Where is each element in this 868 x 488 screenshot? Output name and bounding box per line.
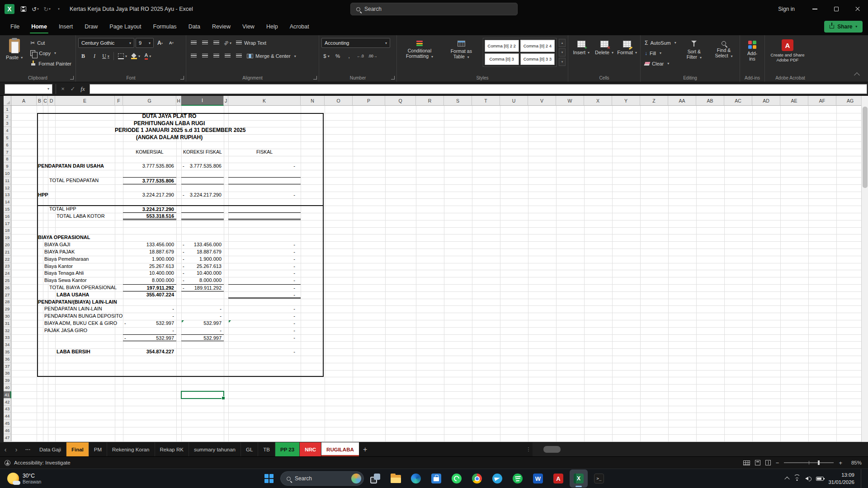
cell-K21[interactable]: - bbox=[228, 249, 301, 256]
cut-button[interactable]: ✂Cut bbox=[28, 38, 73, 47]
cell-style-comma-0-3[interactable]: Comma [0] 3 bbox=[485, 53, 519, 66]
cell-I30[interactable]: - bbox=[181, 313, 224, 320]
vertical-scrollbar-thumb[interactable] bbox=[863, 107, 868, 188]
cell-I29[interactable]: - bbox=[181, 305, 224, 313]
gallery-more-button[interactable]: ▾ bbox=[559, 58, 566, 66]
delete-cells-button[interactable]: Delete▾ bbox=[594, 38, 615, 74]
center-button[interactable] bbox=[200, 51, 210, 61]
zoom-level[interactable]: 85% bbox=[847, 460, 862, 465]
cell-C22[interactable]: Biaya Pemeliharaan bbox=[44, 256, 89, 263]
addins-button[interactable]: Add-ins bbox=[742, 38, 762, 74]
cell-I24[interactable]: -10.400.000 bbox=[181, 270, 224, 277]
row-header-46[interactable]: 46 bbox=[4, 427, 11, 434]
taskbar-search-box[interactable]: Search bbox=[280, 471, 364, 486]
cell-K31[interactable]: - bbox=[228, 320, 301, 327]
cell-C32[interactable]: PAJAK JASA GIRO bbox=[44, 327, 87, 334]
taskbar-icon-chrome[interactable] bbox=[468, 469, 486, 488]
undo-button[interactable]: ↺▾ bbox=[30, 3, 41, 15]
row-header-20[interactable]: 20 bbox=[4, 241, 11, 249]
sheet-tab-nrc[interactable]: NRC bbox=[300, 442, 321, 456]
cell-G13[interactable]: 3.224.217.290 bbox=[123, 192, 176, 199]
cell-G15[interactable]: 3.224.217.290 bbox=[123, 206, 176, 213]
row-header-21[interactable]: 21 bbox=[4, 249, 11, 256]
format-cells-button[interactable]: Format▾ bbox=[616, 38, 638, 74]
row-header-27[interactable]: 27 bbox=[4, 291, 11, 299]
page-layout-view-button[interactable] bbox=[755, 460, 760, 465]
taskbar-clock[interactable]: 13:09 31/01/2026 bbox=[828, 471, 854, 486]
taskbar-icon-task-view[interactable] bbox=[366, 469, 384, 488]
row-header-40[interactable]: 40 bbox=[4, 384, 11, 391]
row-header-41[interactable]: 41 bbox=[4, 391, 11, 399]
gallery-up-button[interactable]: ▴ bbox=[559, 39, 566, 47]
cell-G35[interactable]: 354.874.227 bbox=[123, 348, 176, 356]
row-header-10[interactable]: 10 bbox=[4, 170, 11, 177]
cell-I11[interactable] bbox=[181, 177, 224, 184]
show-desktop-button[interactable] bbox=[861, 469, 863, 488]
sort-filter-button[interactable]: Sort & Filter ▾ bbox=[682, 38, 707, 74]
row-header-29[interactable]: 29 bbox=[4, 305, 11, 313]
row-header-15[interactable]: 15 bbox=[4, 206, 11, 213]
cell-C29[interactable]: PENDAPATAN LAIN-LAIN bbox=[44, 305, 102, 313]
cell-C30[interactable]: PENDAPATAN BUNGA DEPOSITO bbox=[44, 313, 123, 320]
row-header-32[interactable]: 32 bbox=[4, 327, 11, 334]
column-header-A[interactable]: A bbox=[11, 96, 37, 106]
cell-K11[interactable] bbox=[228, 177, 301, 184]
cell-G30[interactable]: - bbox=[123, 313, 176, 320]
taskbar-icon-spotify[interactable] bbox=[509, 469, 527, 488]
enter-button[interactable]: ✓ bbox=[68, 84, 78, 94]
tab-splitter[interactable]: ⋮ bbox=[524, 446, 533, 452]
column-header-J[interactable]: J bbox=[224, 96, 228, 106]
conditional-formatting-button[interactable]: Conditional Formatting ▾ bbox=[399, 38, 440, 74]
cell-K20[interactable]: - bbox=[228, 241, 301, 249]
bold-button[interactable]: B bbox=[78, 51, 88, 61]
column-header-O[interactable]: O bbox=[325, 96, 353, 106]
page-break-view-button[interactable] bbox=[765, 460, 771, 465]
taskbar-icon-whatsapp[interactable] bbox=[448, 469, 466, 488]
cell-I21[interactable]: -18.887.679 bbox=[181, 249, 224, 256]
cell-grid[interactable]: ABCDEFGHIJKNOPQRSTUVWXYZAAABACADAEAFAG12… bbox=[0, 96, 868, 442]
grow-font-button[interactable]: A▴ bbox=[155, 38, 165, 48]
cell-K35[interactable]: - bbox=[228, 348, 301, 356]
underline-button[interactable]: U▾ bbox=[101, 51, 111, 61]
titlebar-search-box[interactable]: Search bbox=[350, 3, 518, 15]
row-header-35[interactable]: 35 bbox=[4, 348, 11, 356]
maximize-button[interactable] bbox=[826, 0, 847, 18]
sheet-tab-rugilaba[interactable]: RUGILABA bbox=[321, 442, 359, 456]
row-header-14[interactable]: 14 bbox=[4, 198, 11, 206]
cell-C25[interactable]: Biaya Sewa Kantor bbox=[44, 277, 87, 284]
cell-G29[interactable]: - bbox=[123, 305, 176, 313]
name-box-dropdown-icon[interactable]: ▾ bbox=[47, 87, 49, 91]
font-size-select[interactable]: 9▾ bbox=[136, 38, 154, 48]
cell-K27[interactable]: - bbox=[228, 291, 301, 299]
row-header-38[interactable]: 38 bbox=[4, 370, 11, 377]
cell-E16[interactable]: TOTAL LABA KOTOR bbox=[57, 213, 105, 220]
sheet-tab-rekening-koran[interactable]: Rekening Koran bbox=[107, 442, 155, 456]
column-header-G[interactable]: G bbox=[123, 96, 176, 106]
menu-tab-draw[interactable]: Draw bbox=[79, 18, 104, 35]
row-header-12[interactable]: 12 bbox=[4, 184, 11, 192]
cell-G23[interactable]: 25.267.613 bbox=[123, 263, 176, 270]
row-header-26[interactable]: 26 bbox=[4, 284, 11, 291]
column-header-T[interactable]: T bbox=[472, 96, 500, 106]
menu-tab-page-layout[interactable]: Page Layout bbox=[104, 18, 147, 35]
row-header-8[interactable]: 8 bbox=[4, 156, 11, 163]
fill-color-button[interactable]: ▾ bbox=[130, 51, 142, 61]
cell-I31[interactable]: 532.997 bbox=[181, 320, 224, 327]
number-format-select[interactable]: Accounting▾ bbox=[321, 38, 390, 48]
cell-I22[interactable]: -1.900.000 bbox=[181, 256, 224, 263]
collapse-ribbon-button[interactable] bbox=[854, 72, 860, 78]
column-header-AC[interactable]: AC bbox=[724, 96, 752, 106]
italic-button[interactable]: I bbox=[90, 51, 99, 61]
sheet-tab-list-icon[interactable]: ••• bbox=[22, 442, 34, 456]
align-left-button[interactable] bbox=[189, 51, 198, 61]
normal-view-button[interactable] bbox=[743, 460, 750, 465]
cell-K7[interactable]: FISKAL bbox=[228, 149, 301, 156]
cell-G27[interactable]: 355.407.224 bbox=[123, 291, 176, 299]
select-all-corner[interactable] bbox=[4, 96, 11, 106]
cell-style-comma-0-3-3[interactable]: Comma [0] 3 3 bbox=[520, 53, 555, 66]
volume-icon[interactable] bbox=[805, 476, 811, 481]
cell-I15[interactable] bbox=[181, 206, 224, 213]
horizontal-scrollbar-thumb[interactable] bbox=[543, 446, 561, 453]
cell-K24[interactable]: - bbox=[228, 270, 301, 277]
cell-K32[interactable]: - bbox=[228, 327, 301, 334]
